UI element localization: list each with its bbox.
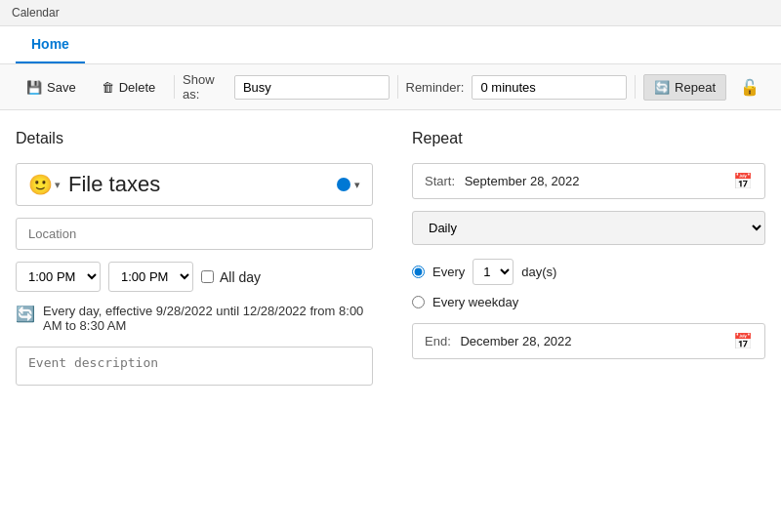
- show-as-label: Show as:: [183, 72, 226, 102]
- every-n-radio[interactable]: [412, 266, 425, 278]
- recurrence-text: Every day, effective 9/28/2022 until 12/…: [43, 304, 373, 333]
- reminder-label: Reminder:: [406, 80, 465, 95]
- color-chevron-icon: ▾: [354, 179, 360, 191]
- repeat-radio-group: Every 1 2 3 4 5 day(s) Every weekday: [412, 259, 765, 309]
- recurrence-info: 🔄 Every day, effective 9/28/2022 until 1…: [16, 304, 373, 333]
- details-title: Details: [16, 130, 373, 147]
- days-suffix: day(s): [521, 265, 556, 279]
- time-row: 1:00 PM 1:00 PM All day: [16, 262, 373, 292]
- repeat-panel: Repeat Start: September 28, 2022 📅 Daily…: [412, 130, 765, 389]
- reminder-input[interactable]: [472, 75, 627, 100]
- save-button[interactable]: 💾 Save: [16, 74, 87, 101]
- allday-row: All day: [201, 269, 261, 285]
- end-time-select[interactable]: 1:00 PM: [108, 262, 193, 292]
- every-weekday-row: Every weekday: [412, 295, 765, 309]
- repeat-icon: 🔄: [654, 80, 670, 95]
- event-title-input[interactable]: [68, 172, 337, 197]
- toolbar: 💾 Save 🗑 Delete Show as: Reminder: 🔄 Rep…: [0, 64, 781, 110]
- repeat-type-select[interactable]: Daily Weekly Monthly Yearly: [412, 211, 765, 245]
- recurrence-icon: 🔄: [16, 305, 35, 323]
- title-bar: Calendar: [0, 0, 781, 26]
- app-title: Calendar: [12, 6, 60, 20]
- every-n-days-row: Every 1 2 3 4 5 day(s): [412, 259, 765, 285]
- repeat-button[interactable]: 🔄 Repeat: [643, 74, 726, 101]
- emoji-icon: 🙂: [28, 173, 53, 196]
- end-date-row: End: December 28, 2022 📅: [412, 323, 765, 359]
- end-calendar-icon[interactable]: 📅: [733, 332, 753, 350]
- every-row: Every 1 2 3 4 5 day(s): [432, 259, 556, 285]
- toolbar-separator-2: [397, 75, 398, 99]
- color-picker-button[interactable]: ▾: [337, 178, 360, 191]
- delete-button[interactable]: 🗑 Delete: [91, 74, 167, 101]
- allday-checkbox[interactable]: [201, 270, 214, 283]
- start-calendar-icon[interactable]: 📅: [733, 172, 753, 190]
- allday-label: All day: [220, 269, 261, 285]
- lock-icon[interactable]: 🔓: [734, 74, 765, 101]
- end-date-value: December 28, 2022: [460, 334, 571, 348]
- show-as-input[interactable]: [234, 75, 390, 100]
- color-dot: [337, 178, 350, 191]
- start-date-row: Start: September 28, 2022 📅: [412, 163, 765, 199]
- main-content: Details 🙂 ▾ ▾ 1:00 PM 1:00 PM: [0, 110, 781, 408]
- every-weekday-radio[interactable]: [412, 296, 425, 308]
- toolbar-separator-3: [635, 75, 636, 99]
- details-panel: Details 🙂 ▾ ▾ 1:00 PM 1:00 PM: [16, 130, 373, 389]
- emoji-button[interactable]: 🙂 ▾: [28, 173, 61, 196]
- repeat-title: Repeat: [412, 130, 765, 147]
- location-input[interactable]: [16, 218, 373, 250]
- description-input[interactable]: [16, 347, 373, 386]
- every-value-select[interactable]: 1 2 3 4 5: [473, 259, 514, 285]
- start-time-select[interactable]: 1:00 PM: [16, 262, 101, 292]
- start-date-label: Start:: [425, 174, 455, 188]
- every-weekday-label: Every weekday: [432, 295, 518, 309]
- delete-icon: 🗑: [102, 80, 114, 95]
- tab-bar: Home: [0, 26, 781, 64]
- start-date-value: September 28, 2022: [465, 174, 580, 188]
- event-title-row: 🙂 ▾ ▾: [16, 163, 373, 206]
- save-icon: 💾: [26, 80, 42, 95]
- toolbar-separator: [174, 75, 175, 99]
- end-date-label: End:: [425, 334, 451, 348]
- every-label: Every: [432, 265, 465, 279]
- tab-home[interactable]: Home: [16, 26, 85, 63]
- emoji-chevron-icon: ▾: [55, 179, 61, 191]
